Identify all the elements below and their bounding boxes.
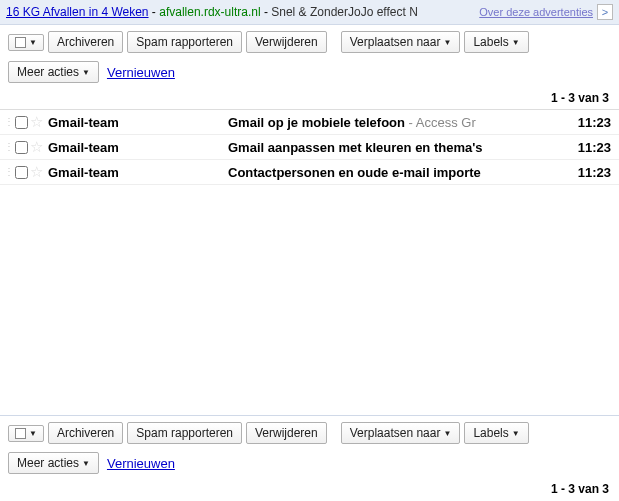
chevron-down-icon: ▼ (512, 38, 520, 47)
archive-button[interactable]: Archiveren (48, 31, 123, 53)
message-time: 11:23 (561, 115, 611, 130)
drag-handle-icon: ⋮⋮ (4, 119, 12, 125)
report-spam-button[interactable]: Spam rapporteren (127, 31, 242, 53)
message-row[interactable]: ⋮⋮☆Gmail-teamGmail op je mobiele telefoo… (0, 110, 619, 135)
star-icon[interactable]: ☆ (30, 113, 48, 131)
message-sender: Gmail-team (48, 165, 228, 180)
refresh-link[interactable]: Vernieuwen (107, 456, 175, 471)
chevron-down-icon: ▼ (29, 429, 37, 438)
empty-area (0, 185, 619, 415)
checkbox-icon (15, 37, 26, 48)
message-subject: Gmail op je mobiele telefoon - Access Gr (228, 115, 561, 130)
ad-about-link[interactable]: Over deze advertenties (479, 6, 593, 18)
chevron-down-icon: ▼ (512, 429, 520, 438)
toolbar-bottom: ▼ Archiveren Spam rapporteren Verwijdere… (0, 416, 619, 450)
message-subject: Gmail aanpassen met kleuren en thema's (228, 140, 561, 155)
report-spam-button[interactable]: Spam rapporteren (127, 422, 242, 444)
pagination-count-bottom: 1 - 3 van 3 (0, 480, 619, 500)
more-actions-dropdown[interactable]: Meer acties ▼ (8, 452, 99, 474)
ad-text: Snel & ZonderJoJo effect N (271, 5, 418, 19)
chevron-down-icon: ▼ (443, 38, 451, 47)
message-row[interactable]: ⋮⋮☆Gmail-teamGmail aanpassen met kleuren… (0, 135, 619, 160)
drag-handle-icon: ⋮⋮ (4, 144, 12, 150)
ad-domain: afvallen.rdx-ultra.nl (159, 5, 260, 19)
message-list: ⋮⋮☆Gmail-teamGmail op je mobiele telefoo… (0, 109, 619, 185)
row-checkbox[interactable] (12, 141, 30, 154)
ad-bar: 16 KG Afvallen in 4 Weken - afvallen.rdx… (0, 0, 619, 25)
message-sender: Gmail-team (48, 140, 228, 155)
move-to-dropdown[interactable]: Verplaatsen naar ▼ (341, 31, 461, 53)
delete-button[interactable]: Verwijderen (246, 422, 327, 444)
toolbar-top-row2: Meer acties ▼ Vernieuwen (0, 59, 619, 89)
chevron-down-icon: ▼ (82, 68, 90, 77)
message-sender: Gmail-team (48, 115, 228, 130)
select-all-dropdown[interactable]: ▼ (8, 34, 44, 51)
delete-button[interactable]: Verwijderen (246, 31, 327, 53)
toolbar-top: ▼ Archiveren Spam rapporteren Verwijdere… (0, 25, 619, 59)
refresh-link[interactable]: Vernieuwen (107, 65, 175, 80)
toolbar-bottom-row2: Meer acties ▼ Vernieuwen (0, 450, 619, 480)
chevron-down-icon: ▼ (443, 429, 451, 438)
checkbox-icon (15, 428, 26, 439)
more-actions-dropdown[interactable]: Meer acties ▼ (8, 61, 99, 83)
archive-button[interactable]: Archiveren (48, 422, 123, 444)
star-icon[interactable]: ☆ (30, 163, 48, 181)
message-row[interactable]: ⋮⋮☆Gmail-teamContactpersonen en oude e-m… (0, 160, 619, 185)
message-time: 11:23 (561, 165, 611, 180)
ad-link[interactable]: 16 KG Afvallen in 4 Weken (6, 5, 149, 19)
labels-dropdown[interactable]: Labels ▼ (464, 31, 528, 53)
drag-handle-icon: ⋮⋮ (4, 169, 12, 175)
row-checkbox[interactable] (12, 166, 30, 179)
chevron-down-icon: ▼ (29, 38, 37, 47)
select-all-dropdown[interactable]: ▼ (8, 425, 44, 442)
message-time: 11:23 (561, 140, 611, 155)
star-icon[interactable]: ☆ (30, 138, 48, 156)
chevron-down-icon: ▼ (82, 459, 90, 468)
labels-dropdown[interactable]: Labels ▼ (464, 422, 528, 444)
move-to-dropdown[interactable]: Verplaatsen naar ▼ (341, 422, 461, 444)
row-checkbox[interactable] (12, 116, 30, 129)
ad-next-button[interactable]: > (597, 4, 613, 20)
message-subject: Contactpersonen en oude e-mail importe (228, 165, 561, 180)
pagination-count-top: 1 - 3 van 3 (0, 89, 619, 109)
